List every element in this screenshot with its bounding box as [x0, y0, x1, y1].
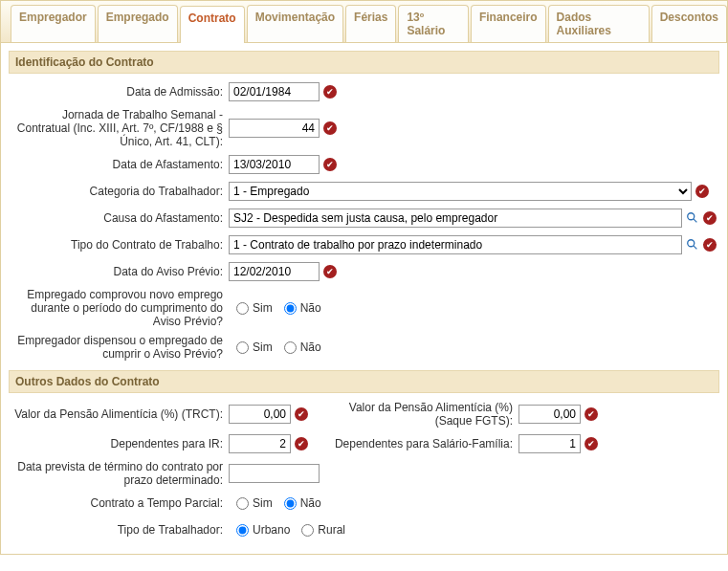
input-data-admissao[interactable]: [229, 82, 320, 101]
label-data-afastamento: Data de Afastamento:: [9, 158, 229, 171]
check-icon: ✔: [703, 211, 717, 225]
check-icon: ✔: [323, 121, 337, 135]
tab-movimentacao[interactable]: Movimentação: [247, 5, 343, 42]
input-pensao-trct[interactable]: [229, 405, 291, 424]
input-causa-afastamento[interactable]: [229, 209, 682, 228]
input-data-termino[interactable]: [229, 464, 320, 483]
svg-line-3: [694, 246, 697, 250]
check-icon: ✔: [585, 407, 598, 421]
tab-empregador[interactable]: Empregador: [11, 5, 96, 42]
input-data-aviso[interactable]: [229, 262, 320, 281]
label-dep-ir: Dependentes para IR:: [9, 437, 229, 450]
check-icon: ✔: [695, 185, 709, 198]
radio-tempo-parcial-nao[interactable]: Não: [284, 496, 321, 510]
label-causa-afastamento: Causa do Afastamento:: [9, 211, 229, 225]
label-data-aviso: Data do Aviso Prévio:: [9, 265, 229, 278]
section-identificacao: Identificação do Contrato: [9, 51, 719, 74]
input-dep-sf[interactable]: [518, 434, 581, 453]
radio-group-dispensou: Sim Não: [229, 340, 321, 354]
tab-empregado[interactable]: Empregado: [98, 5, 178, 42]
label-tipo-contrato: Tipo do Contrato de Trabalho:: [9, 238, 229, 252]
check-icon: ✔: [295, 437, 308, 450]
label-data-termino: Data prevista de término do contrato por…: [9, 460, 229, 487]
label-pensao-trct: Valor da Pensão Alimentícia (%) (TRCT):: [9, 407, 229, 421]
check-icon: ✔: [585, 437, 598, 450]
check-icon: ✔: [703, 238, 717, 252]
check-icon: ✔: [323, 85, 337, 99]
radio-comprovou-nao[interactable]: Não: [284, 301, 321, 315]
label-categoria: Categoria do Trabalhador:: [9, 185, 229, 198]
tab-ferias[interactable]: Férias: [345, 5, 396, 42]
tab-financeiro[interactable]: Financeiro: [471, 5, 546, 42]
radio-dispensou-sim[interactable]: Sim: [236, 340, 273, 354]
label-dispensou: Empregador dispensou o empregado de cump…: [9, 334, 229, 361]
svg-point-0: [688, 213, 695, 220]
tab-descontos[interactable]: Descontos: [651, 5, 727, 42]
label-jornada: Jornada de Trabalho Semanal - Contratual…: [9, 108, 229, 148]
input-data-afastamento[interactable]: [229, 155, 320, 174]
lookup-icon[interactable]: [686, 211, 699, 225]
radio-urbano[interactable]: Urbano: [236, 523, 290, 537]
check-icon: ✔: [323, 158, 337, 171]
label-tempo-parcial: Contrato a Tempo Parcial:: [9, 496, 229, 510]
radio-group-tempo-parcial: Sim Não: [229, 496, 321, 510]
select-categoria[interactable]: 1 - Empregado: [229, 182, 692, 201]
label-data-admissao: Data de Admissão:: [9, 85, 229, 99]
radio-rural[interactable]: Rural: [301, 523, 345, 537]
radio-tempo-parcial-sim[interactable]: Sim: [236, 496, 273, 510]
lookup-icon[interactable]: [686, 238, 699, 252]
tab-contrato[interactable]: Contrato: [180, 6, 245, 43]
radio-dispensou-nao[interactable]: Não: [284, 340, 321, 354]
tabs-bar: Empregador Empregado Contrato Movimentaç…: [0, 0, 728, 43]
label-dep-sf: Dependentes para Salário-Família:: [327, 437, 518, 450]
input-tipo-contrato[interactable]: [229, 235, 682, 254]
tab-salario13[interactable]: 13º Salário: [398, 5, 468, 42]
svg-line-1: [694, 219, 697, 223]
section-outros: Outros Dados do Contrato: [9, 370, 719, 393]
radio-group-comprovou: Sim Não: [229, 301, 321, 315]
input-pensao-fgts[interactable]: [518, 405, 581, 424]
svg-point-2: [688, 240, 695, 247]
check-icon: ✔: [323, 265, 337, 278]
label-pensao-fgts: Valor da Pensão Alimentícia (%) (Saque F…: [327, 401, 518, 428]
contrato-panel: Identificação do Contrato Data de Admiss…: [0, 43, 728, 555]
radio-comprovou-sim[interactable]: Sim: [236, 301, 273, 315]
check-icon: ✔: [295, 407, 308, 421]
label-tipo-trabalhador: Tipo de Trabalhador:: [9, 523, 229, 537]
radio-group-tipo-trabalhador: Urbano Rural: [229, 523, 345, 537]
input-dep-ir[interactable]: [229, 434, 291, 453]
input-jornada[interactable]: [229, 119, 320, 138]
tab-dados-auxiliares[interactable]: Dados Auxiliares: [548, 5, 650, 42]
label-comprovou: Empregado comprovou novo emprego durante…: [9, 288, 229, 328]
